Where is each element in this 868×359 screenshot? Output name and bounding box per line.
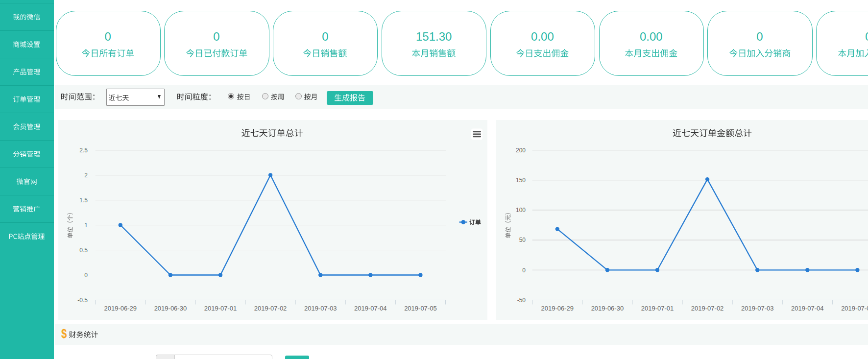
svg-text:0.5: 0.5 xyxy=(80,246,88,253)
svg-text:2019-07-03: 2019-07-03 xyxy=(304,305,337,312)
svg-text:2019-07-04: 2019-07-04 xyxy=(354,305,387,312)
svg-text:0: 0 xyxy=(523,266,526,273)
svg-text:2019-06-30: 2019-06-30 xyxy=(154,305,187,312)
svg-text:2019-07-02: 2019-07-02 xyxy=(254,305,287,312)
svg-text:2019-07-01: 2019-07-01 xyxy=(641,305,674,312)
svg-text:2: 2 xyxy=(85,171,88,178)
svg-text:2019-07-05: 2019-07-05 xyxy=(404,305,437,312)
svg-text:-50: -50 xyxy=(517,296,526,303)
svg-text:2019-07-01: 2019-07-01 xyxy=(204,305,237,312)
svg-text:2019-06-30: 2019-06-30 xyxy=(591,305,624,312)
svg-text:-0.5: -0.5 xyxy=(78,296,88,303)
svg-text:2019-06-29: 2019-06-29 xyxy=(104,305,137,312)
svg-text:1: 1 xyxy=(85,221,88,228)
svg-text:100: 100 xyxy=(516,207,526,214)
svg-text:150: 150 xyxy=(516,176,526,183)
svg-text:2.5: 2.5 xyxy=(80,146,88,153)
svg-text:2019-06-29: 2019-06-29 xyxy=(541,305,574,312)
svg-text:200: 200 xyxy=(516,146,526,153)
svg-text:2019-07-04: 2019-07-04 xyxy=(791,305,824,312)
svg-text:1.5: 1.5 xyxy=(80,196,88,203)
svg-text:50: 50 xyxy=(519,237,526,243)
svg-text:2019-07-05: 2019-07-05 xyxy=(841,305,868,312)
svg-text:2019-07-03: 2019-07-03 xyxy=(741,305,774,312)
svg-text:2019-07-02: 2019-07-02 xyxy=(691,305,724,312)
svg-text:0: 0 xyxy=(85,271,88,278)
